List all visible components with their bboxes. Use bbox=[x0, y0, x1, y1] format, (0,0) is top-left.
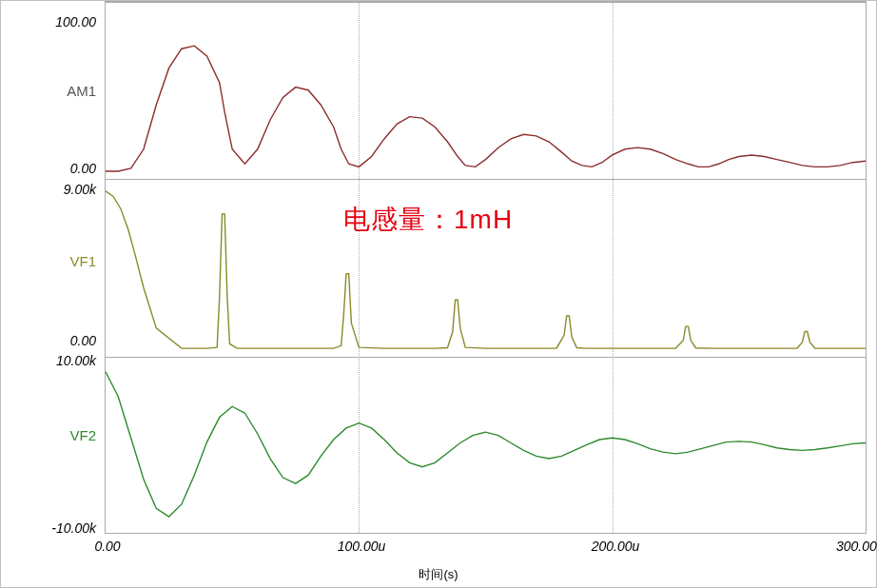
panel-vf2 bbox=[106, 357, 866, 535]
ytick-vf2-min: -10.00k bbox=[20, 520, 96, 536]
ytick-vf1-min: 0.00 bbox=[20, 333, 96, 348]
ytick-vf1-max: 9.00k bbox=[20, 182, 96, 197]
series-label-am1: AM1 bbox=[1, 83, 96, 99]
xtick-0: 0.00 bbox=[79, 539, 136, 554]
trace-am1 bbox=[106, 3, 866, 179]
xtick-2: 200.00u bbox=[587, 539, 644, 554]
series-label-vf2: VF2 bbox=[1, 427, 96, 443]
plot-area: 电感量：1mH bbox=[105, 1, 867, 534]
ytick-am1-max: 100.00 bbox=[20, 14, 96, 29]
chart-container: AM1 VF1 VF2 100.00 0.00 9.00k 0.00 10.00… bbox=[0, 0, 877, 588]
x-axis-title: 时间(s) bbox=[1, 566, 876, 583]
ytick-am1-min: 0.00 bbox=[20, 161, 96, 176]
series-label-vf1: VF1 bbox=[1, 253, 96, 269]
ytick-vf2-max: 10.00k bbox=[20, 353, 96, 368]
trace-vf2 bbox=[106, 358, 866, 535]
panel-am1 bbox=[106, 2, 866, 179]
xtick-1: 100.00u bbox=[333, 539, 390, 554]
xtick-3: 300.00u bbox=[836, 539, 877, 554]
annotation-text: 电感量：1mH bbox=[343, 202, 513, 238]
